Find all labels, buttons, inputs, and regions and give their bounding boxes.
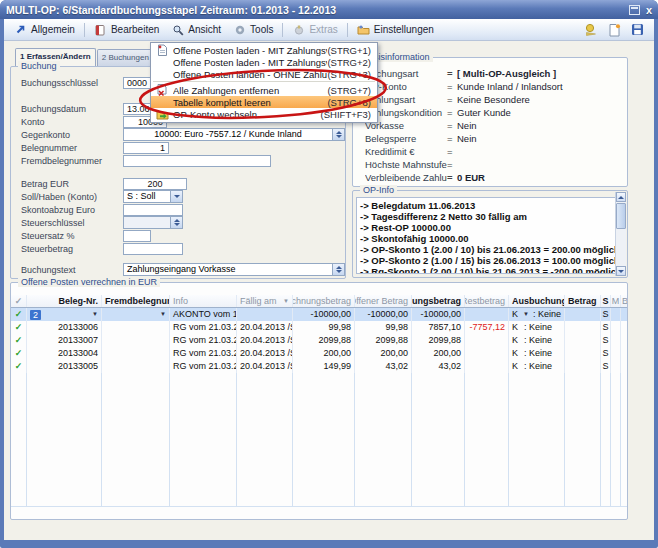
- menu-item-label: Offene Posten laden - MIT Zahlungsvorsch…: [173, 45, 327, 56]
- table-row[interactable]: ✓20133004RG vom 21.03.201320.04.2013 /Sa…: [11, 347, 627, 360]
- restore-button[interactable]: [629, 5, 640, 15]
- chevron-down-icon[interactable]: ▼: [158, 308, 166, 321]
- cell-m: [611, 334, 621, 347]
- field-label: Steuerschlüssel: [21, 218, 123, 228]
- zahlung-value: 200,00: [433, 347, 461, 360]
- chevron-down-icon[interactable]: [170, 191, 182, 202]
- scrollbar-thumb[interactable]: [616, 203, 626, 229]
- ausbuchung-text: : Keine: [524, 360, 552, 373]
- table-row[interactable]: ✓2▼▼AKONTO vom 11.06.201-10000,00-10000,…: [11, 308, 627, 321]
- close-button[interactable]: x: [646, 5, 652, 15]
- field-label: Soll/Haben (Konto): [21, 192, 123, 202]
- new-document-icon[interactable]: [607, 23, 621, 37]
- fremdbelegnummer-input[interactable]: [123, 155, 271, 167]
- steuerschluessel-combo[interactable]: [123, 216, 183, 229]
- group-op-info: OP-Info -> Belegdatum 11.06.2013-> Tages…: [352, 190, 628, 278]
- s-value: S: [603, 308, 609, 321]
- cell-check: ✓: [11, 347, 27, 360]
- menu-item-label: Tabelle komplett leeren: [173, 97, 327, 108]
- cell-beleg: 2▼: [27, 308, 102, 321]
- column-header-Info[interactable]: Info: [170, 295, 237, 307]
- menu-extras[interactable]: Extras: [286, 21, 343, 39]
- steuersatz-input[interactable]: [123, 230, 151, 242]
- buchungstext-combo[interactable]: Zahlungseingang Vorkasse: [123, 263, 345, 276]
- column-header-check[interactable]: ✓: [11, 295, 27, 307]
- beleg-value: 20133005: [58, 360, 98, 373]
- basis-row: Kreditlimit €=: [353, 145, 627, 158]
- beleg-edit-value[interactable]: 2: [30, 310, 41, 320]
- tab-buchungen[interactable]: 2 Buchungen: [97, 49, 154, 66]
- cell-fremd: ▼: [102, 308, 170, 321]
- group-basisinformation: Basisinformation Buchungsart=[ Multi-OP-…: [352, 57, 628, 187]
- chevron-down-icon[interactable]: ▼: [90, 308, 98, 321]
- column-header-Rechnungsbetrag[interactable]: Rechnungsbetrag: [293, 295, 355, 307]
- belegnummer-input[interactable]: 1: [123, 142, 169, 154]
- table-row[interactable]: ✓20133007RG vom 21.03.201320.04.2013 /Sa…: [11, 334, 627, 347]
- menu-ansicht[interactable]: Ansicht: [165, 21, 227, 39]
- rechnung-value: 149,99: [323, 360, 351, 373]
- table-row[interactable]: ✓20133005RG vom 21.03.201320.04.2013 /Sa…: [11, 360, 627, 373]
- menu-item-5[interactable]: Tabelle komplett leeren(STRG+8): [151, 96, 377, 108]
- spinner-icon[interactable]: [332, 264, 344, 275]
- op-info-line: -> Skontofähig 10000.00: [360, 233, 609, 244]
- basis-row: Buchungsart=[ Multi-OP-Ausgleich ]: [353, 67, 627, 80]
- cell-ausb: K: Keine: [509, 360, 565, 373]
- table-header-row: ✓Beleg-Nr.FremdbelegnummerInfoFällig am▼…: [11, 295, 627, 308]
- menu-einstellungen[interactable]: Einstellungen: [351, 21, 440, 39]
- betrag-eur-input[interactable]: 200: [123, 178, 187, 190]
- field-label: Konto: [21, 117, 123, 127]
- column-header-Zahlungsbetrag[interactable]: Zahlungsbetrag: [412, 295, 465, 307]
- field-label: Skontoabzug Euro: [21, 205, 123, 215]
- soll-haben-combo[interactable]: S : Soll: [123, 190, 183, 203]
- cell-offen: -10000,00: [355, 308, 412, 321]
- menu-allgemein[interactable]: Allgemein: [8, 21, 81, 39]
- column-header-Offener Betrag[interactable]: Offener Betrag: [355, 295, 412, 307]
- menu-tools[interactable]: Tools: [227, 21, 279, 39]
- column-header-label: Zahlungsbetrag: [412, 295, 461, 307]
- column-header-B[interactable]: B: [621, 295, 627, 307]
- spinner-icon[interactable]: [332, 129, 344, 140]
- faellig-value: 20.04.2013 /Sa: [240, 334, 293, 347]
- menu-item-0[interactable]: Offene Posten laden - MIT Zahlungsvorsch…: [151, 44, 377, 56]
- rechnung-value: 200,00: [323, 347, 351, 360]
- chevron-down-icon[interactable]: ▼: [521, 308, 529, 321]
- menu-item-label: OP-Konto wechseln: [173, 109, 321, 120]
- stamp-icon[interactable]: [584, 23, 598, 37]
- menu-item-4[interactable]: Alle Zahlungen entfernen(STRG+7): [151, 84, 377, 96]
- column-header-Beleg-Nr.[interactable]: Beleg-Nr.: [27, 295, 102, 307]
- cell-beleg: 20133007: [27, 334, 102, 347]
- table-row[interactable]: ✓20133006RG vom 21.03.201320.04.2013 /Sa…: [11, 321, 627, 334]
- gegenkonto-value: 10000: Euro -7557.12 / Kunde Inland: [124, 129, 332, 140]
- column-header-M[interactable]: M: [611, 295, 621, 307]
- ausbuchung-text: : Keine: [533, 308, 561, 321]
- cell-rechnung: -10000,00: [293, 308, 355, 321]
- menu-item-1[interactable]: Offene Posten laden - MIT Zahlungsvorsch…: [151, 56, 377, 68]
- equals-sign: =: [447, 172, 457, 183]
- column-header-Ausbuchungsart[interactable]: Ausbuchungsart: [509, 295, 565, 307]
- basis-row: Zahlungsart=Keine Besondere: [353, 93, 627, 106]
- cell-rest: [465, 334, 509, 347]
- grid-column-line: [102, 373, 170, 506]
- skontoabzug-input[interactable]: [123, 204, 183, 216]
- op-info-scrollbar[interactable]: [615, 192, 626, 276]
- column-header-Fällig am[interactable]: Fällig am▼: [237, 295, 293, 307]
- column-header-Fremdbelegnummer[interactable]: Fremdbelegnummer: [102, 295, 170, 307]
- column-header-Restbetrag[interactable]: Restbetrag: [465, 295, 509, 307]
- column-header-S[interactable]: S: [601, 295, 611, 307]
- save-icon[interactable]: [630, 23, 644, 37]
- cell-betrag: [565, 347, 601, 360]
- scroll-up-icon[interactable]: [616, 192, 626, 202]
- cell-ausb: K▼: Keine: [509, 308, 565, 321]
- menu-item-2[interactable]: Offene Posten landen - OHNE Zahlungsvors…: [151, 68, 377, 80]
- group-label: OP-Info: [360, 185, 397, 195]
- cell-faellig: 20.04.2013 /Sa: [237, 334, 293, 347]
- scroll-down-icon[interactable]: [616, 266, 626, 276]
- steuerbetrag-input[interactable]: [123, 243, 183, 255]
- menu-bearbeiten[interactable]: Bearbeiten: [88, 21, 165, 39]
- cell-m: [611, 347, 621, 360]
- op-info-box: -> Belegdatum 11.06.2013-> Tagesdifferen…: [356, 197, 624, 274]
- spinner-icon[interactable]: [170, 217, 182, 228]
- gegenkonto-combo[interactable]: 10000: Euro -7557.12 / Kunde Inland: [123, 128, 345, 141]
- column-header-Betrag[interactable]: Betrag: [565, 295, 601, 307]
- menu-item-6[interactable]: OP-Konto wechseln(SHIFT+F3): [151, 108, 377, 120]
